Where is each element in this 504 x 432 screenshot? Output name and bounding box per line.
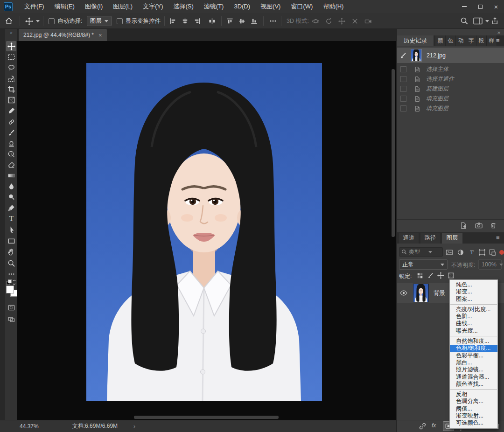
3d-orbit-button[interactable] [312,13,320,29]
lock-image-pixels-button[interactable] [427,272,434,279]
menu-item-hue-saturation[interactable]: 色相/饱和度... [450,345,497,352]
menu-select[interactable]: 选择(S) [168,0,198,13]
blend-mode-dropdown[interactable]: 正常 [399,259,448,270]
panel-menu-icon[interactable]: ≡ [496,234,500,241]
link-layers-button[interactable] [419,422,427,430]
layer-name[interactable]: 背景 [434,289,445,297]
new-document-from-state-button[interactable] [460,222,468,230]
share-button[interactable] [491,13,499,29]
distribute-h-button[interactable] [208,13,216,29]
delete-state-button[interactable] [490,222,497,230]
screen-mode-button[interactable] [6,314,16,324]
menu-item-threshold[interactable]: 阈值... [450,405,497,412]
layer-filter-dropdown[interactable]: 类型 [399,247,443,257]
opacity-field[interactable]: 100% [478,259,502,270]
history-source-well[interactable] [400,76,406,82]
align-bottom-button[interactable] [250,13,258,29]
lock-artboard-button[interactable] [448,272,455,279]
horizontal-scrollbar[interactable] [134,416,279,419]
tab-styles-collapsed[interactable]: 样 [487,35,497,46]
menu-type[interactable]: 文字(Y) [138,0,168,13]
lock-position-button[interactable] [437,272,444,279]
dodge-tool[interactable] [6,192,16,202]
history-state-row[interactable]: 新建图层 [397,84,504,94]
type-tool[interactable]: T [6,213,16,223]
menu-item-color-balance[interactable]: 色彩平衡... [450,352,497,359]
status-expand-icon[interactable]: › [133,423,135,430]
photo-document[interactable] [86,63,322,401]
frame-tool[interactable] [6,95,16,105]
history-state-row[interactable]: 填充图层 [397,94,504,104]
tab-character-collapsed[interactable]: 字 [466,35,476,46]
menu-edit[interactable]: 编辑(E) [49,0,80,13]
filter-smart-objects-button[interactable] [489,249,496,256]
menu-item-posterize[interactable]: 色调分离... [450,398,497,405]
filter-type-layers-button[interactable]: T [468,249,476,256]
tab-history[interactable]: 历史记录 [397,35,434,46]
tab-paragraph-collapsed[interactable]: 段 [476,35,487,46]
filtering-on-toggle[interactable] [499,250,504,255]
quick-mask-button[interactable] [6,302,16,313]
3d-pan-button[interactable] [338,13,346,29]
lasso-tool[interactable] [6,63,16,73]
menu-view[interactable]: 视图(V) [255,0,286,13]
new-snapshot-button[interactable] [475,222,483,230]
rectangular-marquee-tool[interactable] [6,52,16,62]
panel-menu-icon[interactable]: ≡ [496,37,500,44]
menu-file[interactable]: 文件(F) [19,0,49,13]
menu-item-channel-mixer[interactable]: 通道混合器... [450,374,497,381]
tab-paths[interactable]: 路径 [420,233,440,244]
search-button[interactable] [460,13,469,29]
eraser-tool[interactable] [6,160,16,170]
zoom-tool[interactable] [6,258,16,268]
brush-tool[interactable] [6,127,16,138]
menu-item-black-white[interactable]: 黑白... [450,359,497,366]
3d-camera-button[interactable] [364,13,372,29]
zoom-level-field[interactable]: 44.37% [20,423,39,430]
filter-shape-layers-button[interactable] [478,249,486,256]
eyedropper-tool[interactable] [6,105,16,116]
layer-style-button[interactable]: fx [432,422,436,429]
layer-visibility-toggle[interactable] [397,283,410,303]
filter-pixel-layers-button[interactable] [446,249,453,256]
menu-item-selective-color[interactable]: 可选颜色... [450,419,497,426]
foreground-color-swatch[interactable] [6,286,14,293]
menu-item-vibrance[interactable]: 自然饱和度... [450,338,497,345]
tab-layers[interactable]: 图层 [442,233,462,244]
menu-item-gradient[interactable]: 渐变... [450,288,497,295]
home-button[interactable] [5,13,13,29]
menu-help[interactable]: 帮助(H) [318,0,349,13]
3d-slide-button[interactable] [351,13,359,29]
align-center-h-button[interactable] [181,13,189,29]
lock-transparent-pixels-button[interactable] [417,272,423,279]
edit-toolbar-button[interactable] [6,269,16,279]
workspace-switcher[interactable] [473,13,489,29]
move-tool-preset[interactable] [25,13,40,29]
document-tab[interactable]: 212.jpg @ 44.4%(RGB/8#) * × [19,29,107,41]
3d-roll-button[interactable] [325,13,333,29]
menu-item-exposure[interactable]: 曝光度... [450,327,497,334]
path-selection-tool[interactable] [6,224,16,235]
tools-collapse-button[interactable]: » [5,29,17,36]
menu-item-color-lookup[interactable]: 颜色查找... [450,381,497,388]
auto-select-target-dropdown[interactable]: 图层 [87,13,112,29]
vertical-scrollbar[interactable] [392,69,395,237]
history-brush-source-icon[interactable] [399,52,407,59]
history-snapshot-row[interactable]: 212.jpg [397,48,504,63]
dock-collapse-button[interactable]: » [497,29,500,35]
align-right-button[interactable] [193,13,201,29]
tab-swatches-collapsed[interactable]: 色 [446,35,456,46]
auto-select-checkbox[interactable] [49,18,55,24]
align-top-button[interactable] [226,13,234,29]
maximize-button[interactable] [472,0,488,13]
menu-window[interactable]: 窗口(W) [286,0,318,13]
close-button[interactable]: × [488,0,504,13]
hand-tool[interactable] [6,247,16,257]
menu-filter[interactable]: 滤镜(T) [199,0,229,13]
menu-layer[interactable]: 图层(L) [108,0,138,13]
history-source-well[interactable] [400,86,406,92]
menu-item-brightness-contrast[interactable]: 亮度/对比度... [450,306,497,313]
filter-adjustment-layers-button[interactable] [457,249,464,256]
tab-channels[interactable]: 通道 [399,233,419,244]
blur-tool[interactable] [6,181,16,191]
